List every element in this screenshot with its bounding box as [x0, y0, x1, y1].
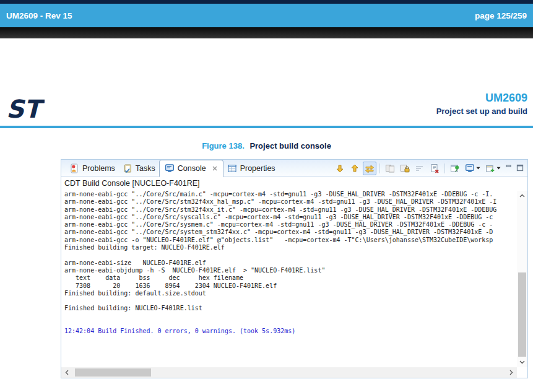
tab-problems[interactable]: Problems: [66, 161, 119, 176]
console-line: Finished building target: NUCLEO-F401RE.…: [64, 244, 516, 251]
horizontal-scrollbar[interactable]: [61, 367, 517, 378]
properties-icon: [227, 163, 237, 173]
console-line: arm-none-eabi-gcc "../Core/Src/stm32f4xx…: [64, 198, 516, 206]
console-line: 12:42:04 Build Finished. 0 errors, 0 war…: [64, 328, 516, 335]
scrollbar-up-arrow-icon[interactable]: [517, 192, 527, 199]
console-line: arm-none-eabi-gcc -o "NUCLEO-F401RE.elf"…: [64, 237, 516, 244]
tab-properties-label: Properties: [240, 164, 275, 173]
console-line: Finished building: default.size.stdout: [64, 290, 516, 297]
tab-tasks[interactable]: Tasks: [119, 161, 159, 176]
figure-caption: Figure 138. Project build console: [0, 141, 533, 150]
tab-tasks-label: Tasks: [136, 164, 155, 173]
view-tab-bar: Problems Tasks Console: [61, 160, 527, 177]
tab-console-label: Console: [178, 164, 206, 173]
pin-console-icon[interactable]: [448, 162, 462, 175]
show-console-when-output-changes-icon[interactable]: [363, 162, 376, 175]
tab-console[interactable]: Console: [159, 160, 223, 177]
console-line: arm-none-eabi-gcc "../Core/Src/stm32f4xx…: [64, 206, 516, 214]
console-line: 7308 20 1636 8964 2304 NUCLEO-F401RE.elf: [64, 282, 516, 290]
header-rule: [0, 126, 533, 128]
tab-properties[interactable]: Properties: [223, 161, 279, 176]
console-line: text data bss dec hex filename: [64, 274, 516, 282]
open-console-icon[interactable]: [483, 162, 503, 175]
vertical-scrollbar-thumb[interactable]: [518, 272, 526, 357]
figure-title: Project build console: [249, 141, 331, 150]
svg-text:ST: ST: [6, 95, 45, 123]
remove-launch-icon[interactable]: [383, 162, 397, 175]
dark-divider-bar: [0, 27, 533, 38]
page-number-label: page 125/259: [475, 11, 527, 20]
tasks-icon: [123, 163, 132, 173]
scrollbar-left-arrow-icon[interactable]: [63, 367, 71, 378]
minimize-icon[interactable]: [504, 164, 514, 173]
console-line: [64, 297, 516, 305]
scrollbar-corner: [517, 367, 527, 378]
chevron-down-icon: [476, 167, 480, 170]
maximize-icon[interactable]: [515, 164, 525, 173]
doc-rev-label: UM2609 - Rev 15: [6, 11, 72, 20]
document-title: UM2609: [485, 92, 527, 105]
display-selected-console-icon[interactable]: [463, 162, 482, 175]
scrollbar-down-arrow-icon[interactable]: [517, 359, 527, 366]
figure-label: Figure 138.: [202, 141, 245, 150]
console-line: arm-none-eabi-gcc "../Core/Src/system_st…: [64, 229, 516, 236]
word-wrap-icon[interactable]: [413, 162, 427, 175]
console-line: [64, 320, 516, 328]
console-line: arm-none-eabi-objdump -h -S NUCLEO-F401R…: [64, 267, 516, 274]
scrollbar-right-arrow-icon[interactable]: [507, 367, 516, 378]
toolbar-separator: [444, 163, 445, 173]
page-header-banner: UM2609 - Rev 15 page 125/259: [0, 4, 533, 27]
scroll-up-arrow-icon[interactable]: [348, 162, 362, 175]
console-line: arm-none-eabi-gcc "../Core/Src/main.c" -…: [64, 191, 516, 198]
scroll-down-arrow-icon[interactable]: [333, 162, 347, 175]
tab-problems-label: Problems: [82, 164, 115, 173]
console-line: [64, 251, 516, 259]
console-content: CDT Build Console [NUCLEO-F401RE] arm-no…: [61, 177, 527, 378]
console-line: arm-none-eabi-gcc "../Core/Src/sysmem.c"…: [64, 221, 516, 229]
close-icon[interactable]: [212, 165, 218, 172]
console-icon: [165, 163, 175, 173]
console-lines[interactable]: arm-none-eabi-gcc "../Core/Src/main.c" -…: [64, 191, 516, 367]
console-title: CDT Build Console [NUCLEO-F401RE]: [64, 179, 200, 188]
console-view-frame: Problems Tasks Console: [61, 159, 528, 378]
console-toolbar: [333, 162, 525, 175]
console-line: Finished building: NUCLEO-F401RE.list: [64, 305, 516, 312]
vertical-scrollbar[interactable]: [517, 191, 527, 367]
toolbar-separator: [379, 163, 380, 173]
console-line: [64, 313, 516, 320]
scroll-lock-icon[interactable]: [398, 162, 412, 175]
document-subtitle: Project set up and build: [436, 107, 527, 116]
console-line: arm-none-eabi-size NUCLEO-F401RE.elf: [64, 259, 516, 267]
problems-icon: [69, 163, 79, 173]
chevron-down-icon: [496, 167, 501, 170]
horizontal-scrollbar-thumb[interactable]: [75, 368, 151, 377]
clear-console-icon[interactable]: [428, 162, 441, 175]
st-logo: ST: [5, 93, 45, 124]
console-line: arm-none-eabi-gcc "../Core/Src/syscalls.…: [64, 214, 516, 221]
